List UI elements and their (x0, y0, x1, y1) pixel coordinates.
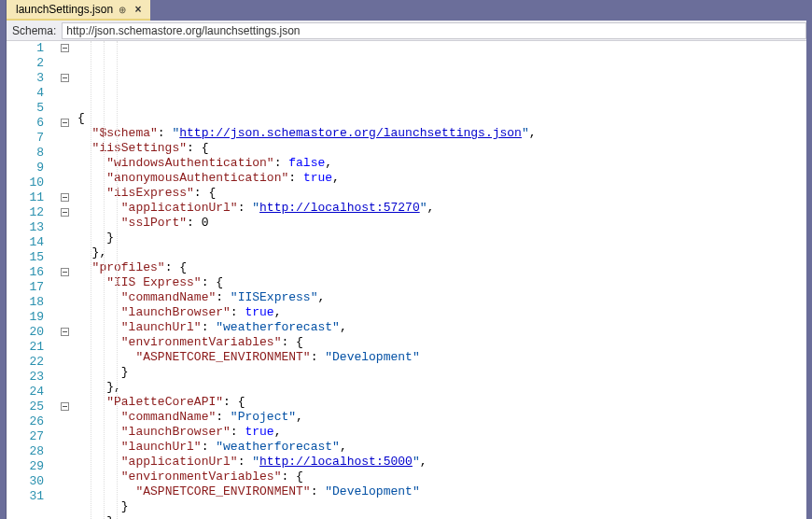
code-line[interactable]: "iisSettings": { (77, 141, 806, 156)
fold-toggle-icon[interactable] (61, 328, 69, 336)
code-line[interactable]: { (77, 111, 806, 126)
code-line[interactable]: "commandName": "Project", (77, 410, 806, 425)
line-number: 1 (7, 41, 44, 56)
schema-input[interactable] (62, 22, 806, 39)
fold-cell (59, 175, 77, 190)
fold-cell (59, 429, 77, 444)
fold-cell[interactable] (59, 325, 77, 340)
line-number: 31 (7, 489, 44, 504)
fold-cell (59, 414, 77, 429)
line-number: 29 (7, 459, 44, 474)
code-line[interactable]: }, (77, 380, 806, 395)
fold-cell (59, 161, 77, 175)
fold-column[interactable] (59, 41, 77, 519)
code-line[interactable]: "commandName": "IISExpress", (77, 290, 806, 305)
code-line[interactable]: "launchBrowser": true, (77, 425, 806, 440)
fold-cell (59, 220, 77, 235)
fold-cell[interactable] (59, 265, 77, 280)
code-line[interactable]: } (77, 365, 806, 380)
line-number: 4 (7, 86, 44, 101)
line-number: 25 (7, 400, 44, 414)
code-line[interactable]: "PaletteCoreAPI": { (77, 395, 806, 410)
code-line[interactable]: "launchUrl": "weatherforecast", (77, 440, 806, 455)
code-editor[interactable]: 1234567891011121314151617181920212223242… (7, 41, 806, 519)
code-line[interactable]: "anonymousAuthentication": true, (77, 171, 806, 186)
fold-cell (59, 131, 77, 146)
schema-label: Schema: (12, 24, 56, 37)
tab-filename: launchSettings.json (16, 3, 113, 16)
fold-cell (59, 235, 77, 250)
code-line[interactable]: "windowsAuthentication": false, (77, 156, 806, 171)
code-line[interactable]: "$schema": "http://json.schemastore.org/… (77, 126, 806, 141)
code-line[interactable]: } (77, 514, 806, 519)
code-line[interactable]: "launchBrowser": true, (77, 305, 806, 320)
fold-cell (59, 310, 77, 325)
fold-toggle-icon[interactable] (61, 208, 69, 217)
line-number: 22 (7, 355, 44, 370)
fold-cell (59, 86, 77, 101)
fold-cell (59, 340, 77, 355)
line-number: 27 (7, 429, 44, 444)
code-line[interactable]: "ASPNETCORE_ENVIRONMENT": "Development" (77, 350, 806, 365)
line-number: 21 (7, 340, 44, 355)
fold-toggle-icon[interactable] (61, 119, 69, 127)
fold-toggle-icon[interactable] (61, 44, 69, 52)
code-area[interactable]: { "$schema": "http://json.schemastore.or… (77, 41, 806, 519)
line-number: 24 (7, 385, 44, 400)
code-line[interactable]: "ASPNETCORE_ENVIRONMENT": "Development" (77, 484, 806, 499)
line-number: 10 (7, 175, 44, 190)
line-number: 5 (7, 101, 44, 116)
line-number: 6 (7, 116, 44, 131)
code-line[interactable]: "environmentVariables": { (77, 335, 806, 350)
fold-cell (59, 56, 77, 71)
fold-cell (59, 101, 77, 116)
fold-cell[interactable] (59, 205, 77, 220)
fold-cell (59, 370, 77, 385)
line-number: 15 (7, 250, 44, 265)
fold-toggle-icon[interactable] (61, 268, 69, 276)
pin-icon[interactable]: ⊕ (119, 5, 126, 15)
code-line[interactable]: "IIS Express": { (77, 275, 806, 290)
fold-toggle-icon[interactable] (61, 402, 69, 411)
line-number: 19 (7, 310, 44, 325)
fold-cell[interactable] (59, 400, 77, 414)
line-number: 8 (7, 146, 44, 161)
line-number: 13 (7, 220, 44, 235)
fold-cell[interactable] (59, 41, 77, 56)
line-number: 18 (7, 295, 44, 310)
fold-cell (59, 355, 77, 370)
line-number: 11 (7, 190, 44, 205)
fold-cell[interactable] (59, 116, 77, 131)
code-line[interactable]: "sslPort": 0 (77, 216, 806, 231)
code-line[interactable]: "profiles": { (77, 260, 806, 275)
code-line[interactable]: } (77, 231, 806, 245)
line-number: 3 (7, 71, 44, 86)
fold-cell[interactable] (59, 190, 77, 205)
code-line[interactable]: "applicationUrl": "http://localhost:5727… (77, 201, 806, 216)
fold-cell[interactable] (59, 71, 77, 86)
line-number: 30 (7, 474, 44, 489)
tab-active[interactable]: launchSettings.json ⊕ × (7, 0, 150, 21)
tab-bar: launchSettings.json ⊕ × (7, 0, 806, 21)
code-line[interactable]: "applicationUrl": "http://localhost:5000… (77, 455, 806, 470)
fold-cell (59, 474, 77, 489)
fold-toggle-icon[interactable] (61, 193, 69, 202)
schema-bar: Schema: (7, 21, 806, 41)
fold-cell (59, 280, 77, 295)
fold-toggle-icon[interactable] (61, 74, 69, 82)
line-number: 2 (7, 56, 44, 71)
code-line[interactable]: "launchUrl": "weatherforecast", (77, 320, 806, 335)
line-number: 7 (7, 131, 44, 146)
close-icon[interactable]: × (132, 3, 145, 16)
line-number: 17 (7, 280, 44, 295)
line-number: 23 (7, 370, 44, 385)
fold-cell (59, 444, 77, 459)
line-number: 14 (7, 235, 44, 250)
code-line[interactable]: } (77, 499, 806, 514)
code-line[interactable]: }, (77, 245, 806, 260)
fold-cell (59, 295, 77, 310)
line-number: 20 (7, 325, 44, 340)
code-line[interactable]: "environmentVariables": { (77, 470, 806, 484)
line-number: 16 (7, 265, 44, 280)
code-line[interactable]: "iisExpress": { (77, 186, 806, 201)
